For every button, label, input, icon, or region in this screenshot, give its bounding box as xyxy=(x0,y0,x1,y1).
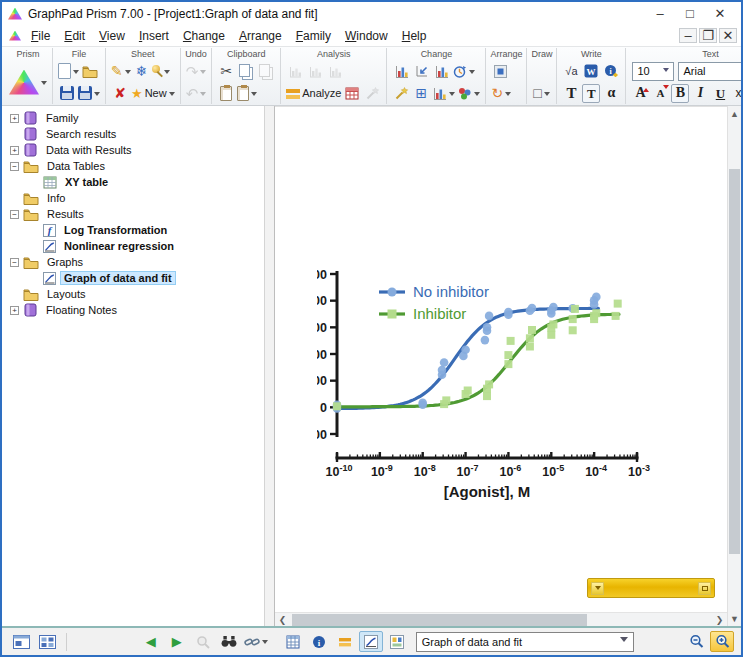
color-scheme-icon[interactable] xyxy=(457,84,480,103)
v-track[interactable] xyxy=(728,121,741,611)
tree-item-data-with-results[interactable]: +Data with Results xyxy=(2,142,264,158)
format-graph-icon[interactable] xyxy=(432,62,450,81)
mdi-minimize-button[interactable]: – xyxy=(679,28,697,43)
equation-icon[interactable]: √a xyxy=(562,62,580,81)
save-icon[interactable] xyxy=(58,84,76,103)
navigator-toggle-button[interactable] xyxy=(9,631,33,652)
edit-sheet-icon[interactable]: ✎ xyxy=(111,62,131,81)
ttest-icon[interactable] xyxy=(286,62,304,81)
increase-font-icon[interactable]: A xyxy=(631,84,649,103)
menu-arrange[interactable]: Arrange xyxy=(232,27,289,45)
menu-insert[interactable]: Insert xyxy=(132,27,176,45)
tree-item-search-results[interactable]: Search results xyxy=(2,126,264,142)
new-file-icon[interactable] xyxy=(58,62,79,81)
scroll-left-icon[interactable]: ❮ xyxy=(275,613,290,627)
font-size-select[interactable]: 10 xyxy=(632,62,674,81)
duplicate-graph-icon[interactable]: ⊞ xyxy=(412,84,430,103)
cut-icon[interactable]: ✂ xyxy=(217,62,235,81)
undo-icon[interactable]: ↶ xyxy=(186,84,207,103)
tree-item-floating-notes[interactable]: +Floating Notes xyxy=(2,302,264,318)
text-box-icon[interactable]: T xyxy=(582,84,600,103)
column-stats-icon[interactable] xyxy=(326,62,344,81)
tree-item-info[interactable]: Info xyxy=(2,190,264,206)
tree-item-nonlinear-regression[interactable]: Nonlinear regression xyxy=(2,238,264,254)
vertical-scrollbar[interactable]: ▲ ▼ xyxy=(727,106,741,626)
expand-plus-icon[interactable]: + xyxy=(10,306,19,315)
tree-item-graphs[interactable]: −Graphs xyxy=(2,254,264,270)
rotate-view-icon[interactable] xyxy=(452,62,475,81)
delete-sheet-icon[interactable]: ✘ xyxy=(111,84,129,103)
prev-sheet-button[interactable]: ◀ xyxy=(139,631,163,652)
draw-shape-icon[interactable]: □ xyxy=(532,84,550,103)
bold-button[interactable]: B xyxy=(671,84,689,103)
data-tables-button[interactable] xyxy=(281,631,305,652)
open-file-icon[interactable] xyxy=(81,62,99,81)
horizontal-scrollbar[interactable]: ❮ ❯ xyxy=(275,612,727,626)
v-thumb[interactable] xyxy=(729,169,740,554)
menu-help[interactable]: Help xyxy=(395,27,434,45)
analyze-button[interactable]: Analyze xyxy=(286,84,341,103)
paste-special-icon[interactable] xyxy=(257,62,275,81)
tree-item-results[interactable]: −Results xyxy=(2,206,264,222)
collapse-minus-icon[interactable]: − xyxy=(10,162,19,171)
tree-item-data-tables[interactable]: −Data Tables xyxy=(2,158,264,174)
zoom-in-button[interactable] xyxy=(710,631,734,652)
italic-button[interactable]: I xyxy=(691,84,709,103)
h-track[interactable] xyxy=(290,613,712,627)
expand-plus-icon[interactable]: + xyxy=(10,114,19,123)
menu-change[interactable]: Change xyxy=(176,27,232,45)
menu-view[interactable]: View xyxy=(92,27,132,45)
tree-item-xy-table[interactable]: XY table xyxy=(2,174,264,190)
mdi-close-button[interactable]: ✕ xyxy=(719,28,737,43)
pin-sheet-icon[interactable] xyxy=(153,62,171,81)
scroll-right-icon[interactable]: ❯ xyxy=(712,613,727,627)
panel-splitter[interactable] xyxy=(264,106,275,626)
find-button[interactable] xyxy=(217,631,241,652)
word-doc-icon[interactable]: W xyxy=(582,62,600,81)
dose-response-chart[interactable]: -100010020030040050010-1010-910-810-710-… xyxy=(317,262,657,512)
floating-note-bar[interactable] xyxy=(587,578,715,598)
minimize-button[interactable]: – xyxy=(645,4,675,23)
scroll-down-icon[interactable]: ▼ xyxy=(728,611,741,626)
sheet-selector[interactable]: Graph of data and fit xyxy=(416,632,634,652)
layouts-button[interactable] xyxy=(385,631,409,652)
collapse-minus-icon[interactable]: − xyxy=(10,258,19,267)
paste-link-icon[interactable] xyxy=(237,84,257,103)
magic-wand-icon[interactable] xyxy=(392,84,410,103)
greek-char-icon[interactable]: α xyxy=(602,84,620,103)
tree-item-layouts[interactable]: Layouts xyxy=(2,286,264,302)
apply-analysis-icon[interactable] xyxy=(343,84,361,103)
menu-edit[interactable]: Edit xyxy=(57,27,92,45)
note-restore-button[interactable] xyxy=(698,582,711,595)
underline-button[interactable]: U xyxy=(711,84,729,103)
family-links-button[interactable] xyxy=(243,631,269,652)
collapse-minus-icon[interactable]: − xyxy=(10,210,19,219)
expand-plus-icon[interactable]: + xyxy=(10,146,19,155)
change-graph-type-icon[interactable] xyxy=(392,62,410,81)
search-button[interactable] xyxy=(191,631,215,652)
next-sheet-button[interactable]: ▶ xyxy=(165,631,189,652)
note-expand-button[interactable] xyxy=(591,582,604,595)
graphs-button[interactable] xyxy=(359,631,383,652)
redo-icon[interactable]: ↷ xyxy=(186,62,207,81)
info-note-icon[interactable]: i xyxy=(602,62,620,81)
mdi-restore-button[interactable]: ❐ xyxy=(699,28,717,43)
copy-icon[interactable] xyxy=(237,62,255,81)
format-axes-icon[interactable] xyxy=(432,84,455,103)
bring-to-front-icon[interactable] xyxy=(491,62,509,81)
menu-window[interactable]: Window xyxy=(338,27,395,45)
decrease-font-icon[interactable]: A xyxy=(651,84,669,103)
info-button[interactable]: i xyxy=(307,631,331,652)
h-thumb[interactable] xyxy=(292,614,587,626)
rotate-object-icon[interactable]: ↻ xyxy=(491,84,511,103)
paste-icon[interactable] xyxy=(217,84,235,103)
save-special-icon[interactable] xyxy=(78,84,100,103)
results-button[interactable] xyxy=(333,631,357,652)
prism-menu-button[interactable] xyxy=(9,73,47,92)
zoom-axis-icon[interactable] xyxy=(412,62,430,81)
tree-item-family[interactable]: +Family xyxy=(2,110,264,126)
zoom-out-button[interactable] xyxy=(684,631,708,652)
menu-file[interactable]: File xyxy=(24,27,57,45)
scroll-up-icon[interactable]: ▲ xyxy=(728,106,741,121)
close-button[interactable]: ✕ xyxy=(705,4,735,23)
